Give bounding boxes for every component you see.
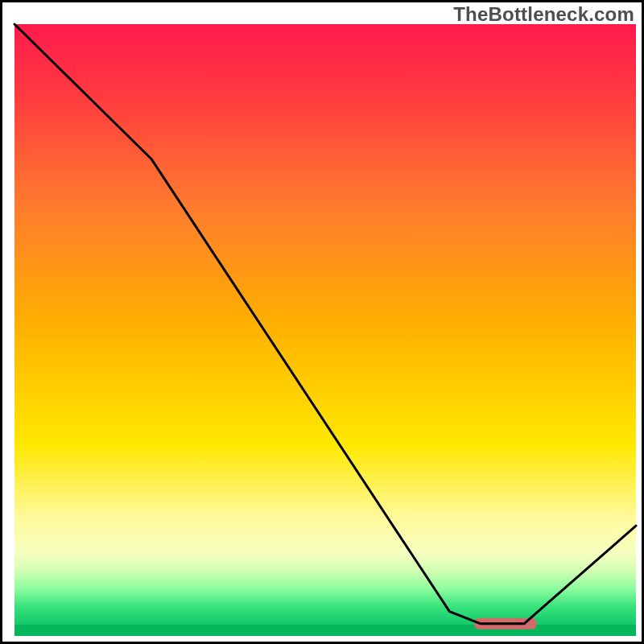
chart-container: TheBottleneck.com: [0, 0, 644, 644]
bottleneck-chart: [0, 0, 644, 644]
watermark-text: TheBottleneck.com: [453, 3, 634, 26]
gradient-background: [14, 24, 636, 625]
bottom-band: [14, 625, 636, 636]
